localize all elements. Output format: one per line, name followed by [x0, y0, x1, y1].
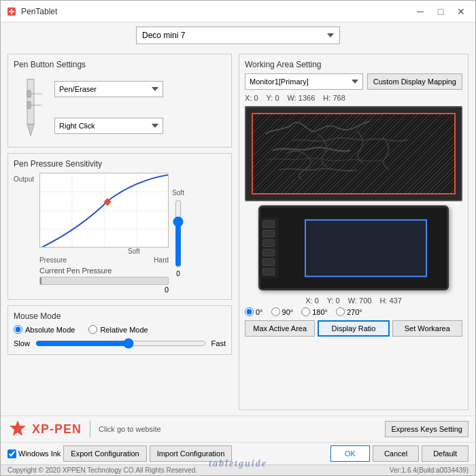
tablet-key-6: [262, 268, 275, 275]
tablet-key-1: [262, 220, 275, 228]
custom-display-btn[interactable]: Custom Display Mapping: [367, 73, 462, 90]
svg-rect-3: [27, 90, 31, 97]
svg-marker-16: [10, 420, 26, 436]
tablet-h: H: 437: [379, 296, 401, 305]
pen-button1-select[interactable]: Pen/Eraser Eraser Pen: [54, 81, 163, 97]
fast-label: Fast: [211, 339, 226, 347]
pressure-title: Pen Pressure Sensitivity: [14, 159, 226, 169]
device-selector-row: Deco mini 7: [1, 22, 475, 48]
rotation-180-radio[interactable]: [301, 307, 310, 316]
monitor-display: [245, 106, 462, 201]
rotation-0-label[interactable]: 0°: [245, 307, 263, 316]
soft-label: Soft: [128, 248, 140, 255]
tablet-w: W: 700: [348, 296, 372, 305]
tablet-coords-row: X: 0 Y: 0 W: 700 H: 437: [245, 296, 462, 305]
xppen-logo: XP-PEN: [7, 419, 82, 439]
output-label: Output: [14, 175, 34, 183]
working-area-section: Working Area Setting Monitor1[Primary] A…: [239, 54, 469, 410]
absolute-mode-radio[interactable]: [14, 325, 22, 334]
right-panel: Working Area Setting Monitor1[Primary] A…: [239, 54, 469, 410]
soft-hard-labels: Soft: [39, 248, 169, 255]
device-select[interactable]: Deco mini 7: [136, 27, 340, 44]
pen-button-title: Pen Button Settings: [14, 60, 226, 69]
display-ratio-btn[interactable]: Display Ratio: [318, 320, 389, 337]
tablet-express-keys: [259, 218, 278, 278]
rotation-180-label[interactable]: 180°: [301, 307, 328, 316]
coord-h-label: H: 768: [323, 94, 345, 102]
pressure-graph: [39, 173, 169, 248]
default-btn[interactable]: Default: [422, 445, 469, 462]
tablet-image: [258, 205, 449, 290]
area-buttons-row: Max Active Area Display Ratio Set Workar…: [245, 320, 462, 337]
main-window: PenTablet ─ □ ✕ Deco mini 7 Pen Button S…: [0, 0, 476, 476]
rotation-270-label[interactable]: 270°: [336, 307, 362, 316]
pressure-graph-area: Output: [14, 173, 226, 294]
speed-slider[interactable]: [35, 338, 206, 349]
hard-label: Hard: [154, 256, 169, 264]
tablet-key-5: [262, 258, 275, 266]
monitor-coords-row: X: 0 Y: 0 W: 1366 H: 768: [245, 94, 462, 102]
copyright-text: Copyright © 2020 XPPEN Technology CO.All…: [7, 466, 197, 474]
ok-btn[interactable]: OK: [330, 445, 370, 462]
pen-button-section: Pen Button Settings: [7, 54, 232, 148]
rotation-0-radio[interactable]: [245, 307, 254, 316]
website-link[interactable]: Click go to website: [99, 425, 161, 433]
max-active-area-btn[interactable]: Max Active Area: [245, 320, 315, 337]
svg-rect-4: [27, 102, 31, 109]
app-icon: [6, 6, 17, 17]
rotation-90-label[interactable]: 90°: [271, 307, 294, 316]
tablet-x: X: 0: [305, 296, 319, 305]
set-workarea-btn[interactable]: Set Workarea: [392, 320, 462, 337]
pen-icon: [17, 73, 44, 141]
express-keys-btn[interactable]: Express Keys Setting: [385, 421, 469, 437]
pressure-curve-svg: [40, 173, 169, 248]
pen-button2-select[interactable]: Right Click Left Click Middle Click None: [54, 118, 163, 134]
pen-dropdowns: Pen/Eraser Eraser Pen Right Click Left C…: [54, 81, 226, 134]
tablet-y: Y: 0: [327, 296, 340, 305]
absolute-mode-label[interactable]: Absolute Mode: [14, 325, 75, 334]
xppen-logo-icon: [7, 419, 28, 439]
tablet-key-4: [262, 249, 275, 256]
maximize-button[interactable]: □: [432, 4, 449, 19]
sketch-svg: [253, 114, 454, 193]
monitor-select[interactable]: Monitor1[Primary] All Displays: [245, 73, 363, 90]
tablet-display-area: [245, 205, 462, 294]
monitor-row: Monitor1[Primary] All Displays Custom Di…: [245, 73, 462, 90]
coord-w-label: W: 1366: [288, 94, 316, 102]
rotation-270-radio[interactable]: [336, 307, 345, 316]
cancel-btn[interactable]: Cancel: [373, 445, 419, 462]
minimize-button[interactable]: ─: [411, 4, 429, 19]
relative-mode-label[interactable]: Relative Mode: [88, 325, 148, 334]
version-text: Ver:1.6.4(Build:a0034439): [390, 466, 469, 474]
mouse-mode-section: Mouse Mode Absolute Mode Relative Mode S…: [7, 305, 232, 355]
rotation-row: 0° 90° 180° 270°: [245, 307, 462, 316]
mouse-mode-radio-row: Absolute Mode Relative Mode: [14, 325, 226, 334]
soft-top-label: Soft: [172, 189, 184, 197]
current-pressure-label: Current Pen Pressure: [39, 267, 112, 275]
slow-label: Slow: [14, 339, 30, 347]
window-title: PenTablet: [21, 7, 411, 16]
left-panel: Pen Button Settings: [7, 54, 232, 410]
pen-drawing: [14, 73, 48, 141]
pressure-x-label: Pressure: [39, 256, 67, 264]
monitor-inner: [252, 113, 456, 194]
speed-row: Slow Fast: [14, 338, 226, 349]
rotation-90-radio[interactable]: [271, 307, 280, 316]
relative-mode-radio[interactable]: [88, 325, 97, 334]
export-btn[interactable]: Export Configuration: [63, 445, 146, 462]
coord-y-label: Y: 0: [267, 94, 279, 102]
window-controls: ─ □ ✕: [411, 4, 470, 19]
pressure-slider-area: Soft 0: [171, 173, 185, 294]
pen-area: Pen/Eraser Eraser Pen Right Click Left C…: [14, 73, 226, 141]
windows-ink-label[interactable]: Windows Ink: [7, 449, 61, 458]
close-button[interactable]: ✕: [452, 4, 470, 19]
pressure-v-slider[interactable]: [171, 199, 185, 267]
main-content: Pen Button Settings: [1, 48, 475, 415]
bottom-bar: XP-PEN Click go to website Express Keys …: [1, 415, 475, 442]
watermark: tabletguide: [209, 458, 267, 469]
coord-x-label: X: 0: [245, 94, 258, 102]
mouse-mode-title: Mouse Mode: [14, 311, 226, 321]
logo-divider: [90, 421, 90, 437]
windows-ink-checkbox[interactable]: [7, 449, 16, 458]
title-bar: PenTablet ─ □ ✕: [1, 1, 475, 22]
